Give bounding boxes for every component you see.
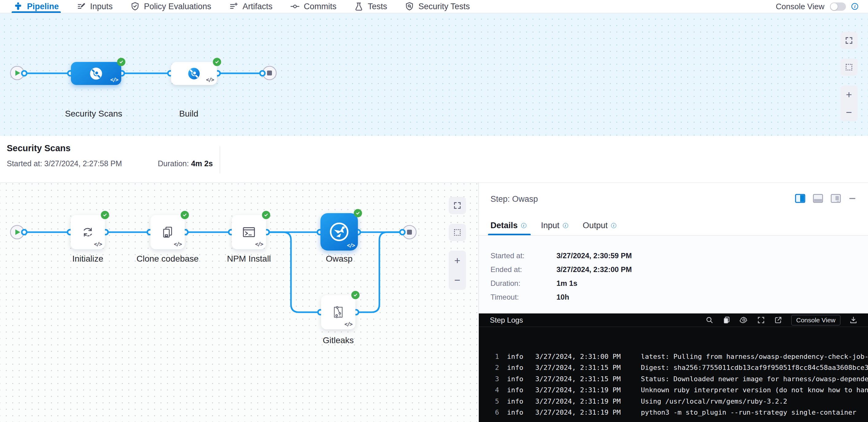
divider	[220, 146, 220, 173]
step-label-clone-codebase[interactable]: Clone codebase	[136, 254, 198, 264]
zoom-out-button[interactable]: −	[846, 107, 852, 118]
tab-tests[interactable]: Tests	[354, 0, 387, 13]
info-icon[interactable]: i	[563, 223, 568, 228]
success-badge	[181, 211, 189, 219]
log-line-number: 4	[494, 386, 499, 394]
tab-input[interactable]: Input i	[541, 216, 568, 235]
marquee-select-button[interactable]	[840, 59, 858, 76]
stage-label-security-scans[interactable]: Security Scans	[65, 109, 122, 119]
step-node-gitleaks[interactable]: </>	[321, 295, 355, 329]
marquee-select-button[interactable]	[449, 224, 466, 241]
log-line: 3 info 3/27/2024, 2:31:15 PM Status: Dow…	[479, 373, 868, 385]
detail-row-duration: Duration: 1m 1s	[491, 279, 577, 288]
tab-commits[interactable]: Commits	[290, 0, 337, 13]
tab-inputs-label: Inputs	[90, 2, 113, 11]
step-node-npm-install[interactable]: </>	[232, 215, 266, 249]
zoom-controls: + −	[449, 251, 466, 290]
search-icon[interactable]	[705, 316, 714, 324]
step-logs-header: Step Logs Console View	[479, 314, 868, 327]
step-logs-section: Step Logs Console View	[479, 314, 868, 422]
step-logs-body[interactable]: 1 info 3/27/2024, 2:31:00 PM latest: Pul…	[479, 327, 868, 422]
clone-codebase-icon	[160, 224, 176, 240]
tests-icon	[354, 2, 363, 11]
step-node-initialize[interactable]: </>	[71, 215, 105, 249]
tab-security-tests[interactable]: Security Tests	[405, 0, 470, 13]
step-label-initialize[interactable]: Initialize	[72, 254, 103, 264]
detail-label: Ended at:	[491, 265, 556, 274]
stage-node-security-scans[interactable]: </>	[71, 62, 121, 85]
stop-icon	[267, 70, 272, 75]
zoom-in-button[interactable]: +	[846, 89, 852, 100]
stage-duration: Duration: 4m 2s	[158, 159, 213, 168]
layout-floating-icon[interactable]	[831, 194, 841, 203]
check-icon	[119, 60, 124, 65]
fullscreen-logs-icon[interactable]	[757, 316, 765, 324]
stage-graph-canvas[interactable]: </> Security Scans </> Build	[0, 13, 868, 136]
tab-artifacts[interactable]: Artifacts	[229, 0, 273, 13]
tab-output[interactable]: Output i	[583, 216, 616, 235]
step-node-clone-codebase[interactable]: </>	[150, 215, 185, 249]
tab-details[interactable]: Details i	[491, 216, 526, 235]
detail-label: Timeout:	[491, 293, 556, 301]
success-badge	[262, 211, 270, 219]
step-label-gitleaks[interactable]: Gitleaks	[322, 335, 353, 345]
detail-row-started: Started at: 3/27/2024, 2:30:59 PM	[491, 252, 632, 260]
settings-gear-icon[interactable]	[740, 316, 748, 324]
step-graph-canvas[interactable]: </> Initialize </> Clone codebase	[0, 183, 479, 422]
zoom-controls: + −	[840, 86, 858, 121]
success-badge	[117, 58, 126, 66]
log-message: Status: Downloaded newer image for harne…	[641, 375, 868, 383]
log-level: info	[507, 397, 525, 405]
tab-output-label: Output	[583, 221, 608, 230]
info-icon[interactable]: i	[851, 3, 858, 10]
tab-inputs[interactable]: Inputs	[77, 0, 113, 13]
tab-commits-label: Commits	[304, 2, 337, 11]
code-chip-icon: </>	[110, 77, 118, 83]
tab-policy-evaluations[interactable]: Policy Evaluations	[130, 0, 211, 13]
log-level: info	[507, 386, 525, 394]
workspace: </> Initialize </> Clone codebase	[0, 183, 868, 422]
success-badge	[213, 58, 221, 66]
step-label-npm-install[interactable]: NPM Install	[227, 254, 271, 264]
marquee-select-icon	[845, 63, 853, 71]
step-label-owasp[interactable]: Owasp	[326, 254, 352, 264]
console-view-toggle-label: Console View	[776, 2, 825, 11]
console-view-button[interactable]: Console View	[791, 315, 840, 325]
nav-right: Console View i	[776, 2, 858, 11]
layout-split-bottom-icon[interactable]	[813, 194, 823, 203]
zoom-out-button[interactable]: −	[454, 275, 460, 285]
minimize-panel-icon[interactable]	[848, 194, 856, 203]
panel-window-controls	[795, 194, 856, 203]
log-line-number: 3	[494, 375, 499, 383]
log-line-number: 1	[494, 353, 499, 360]
log-timestamp: 3/27/2024, 2:31:19 PM	[535, 409, 627, 416]
stage-node-build[interactable]: </>	[171, 62, 217, 85]
log-timestamp: 3/27/2024, 2:31:15 PM	[535, 375, 627, 383]
log-line: 6 info 3/27/2024, 2:31:19 PM python3 -m …	[479, 407, 868, 418]
stage-label-build[interactable]: Build	[179, 109, 198, 119]
console-view-toggle[interactable]	[830, 2, 846, 11]
fullscreen-button[interactable]	[840, 32, 858, 49]
download-logs-icon[interactable]	[849, 316, 858, 324]
tab-pipeline-label: Pipeline	[27, 2, 59, 11]
tab-input-label: Input	[541, 221, 560, 230]
detail-value: 10h	[556, 293, 569, 301]
toggle-knob	[831, 3, 838, 10]
tab-security-tests-label: Security Tests	[418, 2, 470, 11]
tab-pipeline[interactable]: Pipeline	[13, 0, 59, 13]
log-level: info	[507, 364, 525, 371]
log-level: info	[507, 353, 525, 360]
open-in-new-icon[interactable]	[774, 316, 782, 324]
policy-evaluations-icon	[130, 2, 140, 11]
info-icon[interactable]: i	[521, 223, 526, 228]
check-icon	[182, 213, 188, 218]
layout-split-right-icon[interactable]	[795, 194, 805, 203]
info-icon[interactable]: i	[611, 223, 616, 228]
commits-icon	[290, 2, 300, 11]
step-node-owasp[interactable]: </>	[320, 213, 358, 251]
log-message: Unknown ruby interpreter version (do not…	[641, 386, 868, 394]
fullscreen-button[interactable]	[449, 197, 466, 214]
owasp-icon	[328, 220, 351, 244]
zoom-in-button[interactable]: +	[454, 255, 460, 266]
copy-icon[interactable]	[722, 316, 731, 324]
